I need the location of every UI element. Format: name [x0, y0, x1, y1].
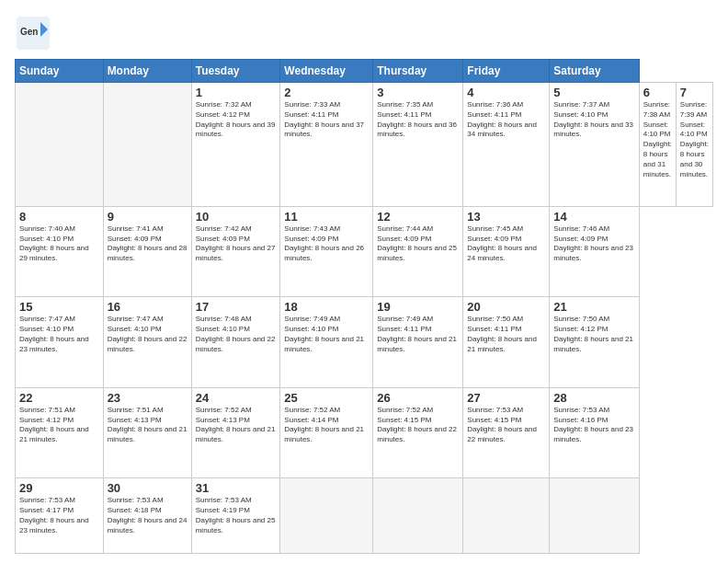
day-number: 24 — [196, 391, 277, 405]
day-number: 27 — [467, 391, 545, 405]
header: Gen — [15, 15, 713, 52]
day-info: Sunrise: 7:49 AM Sunset: 4:11 PM Dayligh… — [377, 315, 459, 354]
page: Gen SundayMondayTuesdayWednesdayThursday… — [0, 0, 728, 563]
calendar-day: 2 Sunrise: 7:33 AM Sunset: 4:11 PM Dayli… — [280, 83, 373, 207]
calendar-day: 16 Sunrise: 7:47 AM Sunset: 4:10 PM Dayl… — [103, 297, 191, 388]
calendar-day: 7 Sunrise: 7:39 AM Sunset: 4:10 PM Dayli… — [676, 83, 712, 207]
calendar-day: 3 Sunrise: 7:35 AM Sunset: 4:11 PM Dayli… — [373, 83, 463, 207]
calendar-week-row: 1 Sunrise: 7:32 AM Sunset: 4:12 PM Dayli… — [16, 83, 713, 207]
day-number: 7 — [680, 86, 709, 99]
logo: Gen — [15, 15, 55, 52]
day-info: Sunrise: 7:41 AM Sunset: 4:09 PM Dayligh… — [108, 224, 188, 264]
calendar-table: SundayMondayTuesdayWednesdayThursdayFrid… — [15, 59, 713, 554]
calendar-day — [550, 478, 639, 554]
weekday-header: Friday — [463, 60, 550, 83]
calendar-day: 27 Sunrise: 7:53 AM Sunset: 4:15 PM Dayl… — [463, 387, 550, 478]
calendar-day: 5 Sunrise: 7:37 AM Sunset: 4:10 PM Dayli… — [550, 83, 639, 207]
day-info: Sunrise: 7:49 AM Sunset: 4:10 PM Dayligh… — [284, 315, 369, 354]
calendar-day — [16, 83, 104, 207]
day-info: Sunrise: 7:53 AM Sunset: 4:16 PM Dayligh… — [553, 406, 634, 445]
day-number: 19 — [377, 300, 459, 314]
day-info: Sunrise: 7:35 AM Sunset: 4:11 PM Dayligh… — [377, 100, 459, 140]
calendar-day: 6 Sunrise: 7:38 AM Sunset: 4:10 PM Dayli… — [639, 83, 676, 207]
weekday-header: Tuesday — [191, 60, 280, 83]
day-info: Sunrise: 7:52 AM Sunset: 4:13 PM Dayligh… — [196, 406, 277, 445]
calendar-day: 1 Sunrise: 7:32 AM Sunset: 4:12 PM Dayli… — [191, 83, 280, 207]
day-info: Sunrise: 7:50 AM Sunset: 4:11 PM Dayligh… — [467, 315, 545, 354]
day-info: Sunrise: 7:33 AM Sunset: 4:11 PM Dayligh… — [284, 100, 369, 140]
day-info: Sunrise: 7:48 AM Sunset: 4:10 PM Dayligh… — [196, 315, 277, 354]
day-number: 23 — [108, 391, 188, 405]
day-info: Sunrise: 7:37 AM Sunset: 4:10 PM Dayligh… — [553, 100, 634, 140]
day-info: Sunrise: 7:52 AM Sunset: 4:14 PM Dayligh… — [284, 406, 369, 445]
calendar-day: 22 Sunrise: 7:51 AM Sunset: 4:12 PM Dayl… — [16, 387, 104, 478]
calendar-week-row: 29 Sunrise: 7:53 AM Sunset: 4:17 PM Dayl… — [16, 478, 713, 554]
calendar-day: 28 Sunrise: 7:53 AM Sunset: 4:16 PM Dayl… — [550, 387, 639, 478]
calendar-week-row: 22 Sunrise: 7:51 AM Sunset: 4:12 PM Dayl… — [16, 387, 713, 478]
logo-icon: Gen — [15, 15, 51, 52]
day-number: 26 — [377, 391, 459, 405]
day-info: Sunrise: 7:47 AM Sunset: 4:10 PM Dayligh… — [108, 315, 188, 354]
day-number: 17 — [196, 300, 277, 314]
calendar-day: 14 Sunrise: 7:46 AM Sunset: 4:09 PM Dayl… — [550, 206, 639, 297]
day-number: 4 — [467, 86, 545, 99]
day-number: 10 — [196, 210, 277, 224]
calendar-day: 11 Sunrise: 7:43 AM Sunset: 4:09 PM Dayl… — [280, 206, 373, 297]
calendar-day: 29 Sunrise: 7:53 AM Sunset: 4:17 PM Dayl… — [16, 478, 104, 554]
day-number: 13 — [467, 210, 545, 224]
calendar-day: 4 Sunrise: 7:36 AM Sunset: 4:11 PM Dayli… — [463, 83, 550, 207]
day-info: Sunrise: 7:44 AM Sunset: 4:09 PM Dayligh… — [377, 224, 459, 264]
day-number: 18 — [284, 300, 369, 314]
day-number: 30 — [108, 481, 188, 495]
calendar-day — [373, 478, 463, 554]
day-number: 2 — [284, 86, 369, 99]
day-info: Sunrise: 7:36 AM Sunset: 4:11 PM Dayligh… — [467, 100, 545, 140]
day-info: Sunrise: 7:46 AM Sunset: 4:09 PM Dayligh… — [553, 224, 634, 264]
calendar-day — [280, 478, 373, 554]
day-info: Sunrise: 7:50 AM Sunset: 4:12 PM Dayligh… — [553, 315, 634, 354]
calendar-day: 9 Sunrise: 7:41 AM Sunset: 4:09 PM Dayli… — [103, 206, 191, 297]
day-info: Sunrise: 7:52 AM Sunset: 4:15 PM Dayligh… — [377, 406, 459, 445]
day-number: 9 — [108, 210, 188, 224]
day-number: 15 — [19, 300, 99, 314]
calendar-day: 25 Sunrise: 7:52 AM Sunset: 4:14 PM Dayl… — [280, 387, 373, 478]
day-number: 5 — [553, 86, 634, 99]
day-info: Sunrise: 7:32 AM Sunset: 4:12 PM Dayligh… — [196, 100, 277, 140]
weekday-header: Saturday — [550, 60, 639, 83]
weekday-header: Monday — [103, 60, 191, 83]
calendar-day — [463, 478, 550, 554]
day-number: 22 — [19, 391, 99, 405]
calendar-day: 23 Sunrise: 7:51 AM Sunset: 4:13 PM Dayl… — [103, 387, 191, 478]
day-info: Sunrise: 7:42 AM Sunset: 4:09 PM Dayligh… — [196, 224, 277, 264]
day-number: 28 — [553, 391, 634, 405]
weekday-header: Wednesday — [280, 60, 373, 83]
day-number: 20 — [467, 300, 545, 314]
day-number: 14 — [553, 210, 634, 224]
day-info: Sunrise: 7:53 AM Sunset: 4:17 PM Dayligh… — [19, 496, 99, 535]
day-number: 3 — [377, 86, 459, 99]
day-info: Sunrise: 7:53 AM Sunset: 4:18 PM Dayligh… — [108, 496, 188, 535]
day-number: 11 — [284, 210, 369, 224]
day-info: Sunrise: 7:40 AM Sunset: 4:10 PM Dayligh… — [19, 224, 99, 264]
day-info: Sunrise: 7:53 AM Sunset: 4:15 PM Dayligh… — [467, 406, 545, 445]
day-number: 16 — [108, 300, 188, 314]
calendar-day: 12 Sunrise: 7:44 AM Sunset: 4:09 PM Dayl… — [373, 206, 463, 297]
day-number: 31 — [196, 481, 277, 495]
calendar-day: 30 Sunrise: 7:53 AM Sunset: 4:18 PM Dayl… — [103, 478, 191, 554]
calendar-day: 19 Sunrise: 7:49 AM Sunset: 4:11 PM Dayl… — [373, 297, 463, 388]
calendar-day — [103, 83, 191, 207]
day-info: Sunrise: 7:38 AM Sunset: 4:10 PM Dayligh… — [643, 100, 672, 179]
weekday-header: Thursday — [373, 60, 463, 83]
day-number: 1 — [196, 86, 277, 99]
calendar-day: 20 Sunrise: 7:50 AM Sunset: 4:11 PM Dayl… — [463, 297, 550, 388]
calendar-day: 18 Sunrise: 7:49 AM Sunset: 4:10 PM Dayl… — [280, 297, 373, 388]
day-info: Sunrise: 7:47 AM Sunset: 4:10 PM Dayligh… — [19, 315, 99, 354]
calendar-day: 26 Sunrise: 7:52 AM Sunset: 4:15 PM Dayl… — [373, 387, 463, 478]
day-number: 29 — [19, 481, 99, 495]
calendar-day: 10 Sunrise: 7:42 AM Sunset: 4:09 PM Dayl… — [191, 206, 280, 297]
calendar-day: 21 Sunrise: 7:50 AM Sunset: 4:12 PM Dayl… — [550, 297, 639, 388]
header-row: SundayMondayTuesdayWednesdayThursdayFrid… — [16, 60, 713, 83]
calendar-day: 24 Sunrise: 7:52 AM Sunset: 4:13 PM Dayl… — [191, 387, 280, 478]
day-info: Sunrise: 7:43 AM Sunset: 4:09 PM Dayligh… — [284, 224, 369, 264]
day-number: 8 — [19, 210, 99, 224]
